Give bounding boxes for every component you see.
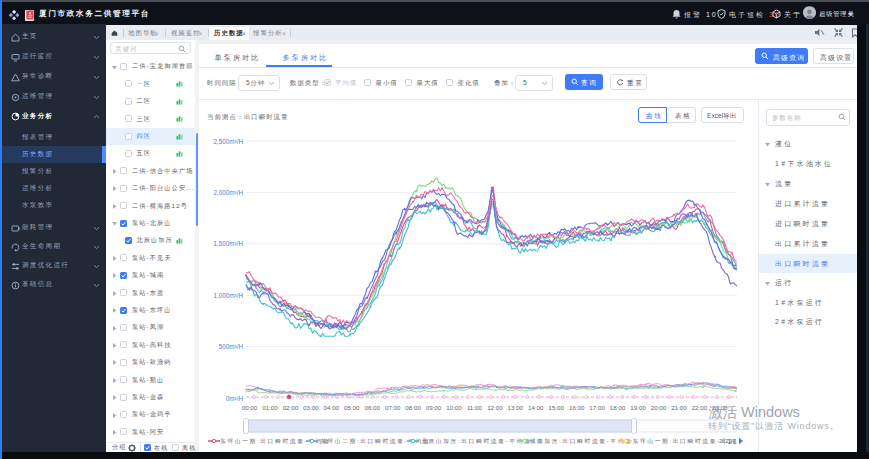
svg-text:11:00: 11:00 xyxy=(467,404,483,411)
svg-text:1,500m³/H: 1,500m³/H xyxy=(214,240,244,247)
svg-text:09:00: 09:00 xyxy=(426,404,442,411)
svg-text:13:00: 13:00 xyxy=(508,404,524,411)
svg-text:14:00: 14:00 xyxy=(528,404,544,411)
svg-text:17:00: 17:00 xyxy=(589,404,605,411)
svg-text:城南加压:出口瞬时流量-平均值: 城南加压:出口瞬时流量-平均值 xyxy=(530,438,633,445)
svg-text:2,500m³/H: 2,500m³/H xyxy=(214,138,244,145)
svg-text:00:00: 00:00 xyxy=(242,404,258,411)
svg-text:01:00: 01:00 xyxy=(262,404,278,411)
svg-text:06:00: 06:00 xyxy=(364,404,380,411)
svg-text:1,000m³/H: 1,000m³/H xyxy=(214,292,244,299)
svg-text:22:00: 22:00 xyxy=(692,404,708,411)
svg-text:21:00: 21:00 xyxy=(671,404,687,411)
svg-text:东坪山一期:出口瞬时流量-2022-(: 东坪山一期:出口瞬时流量-2022-( xyxy=(633,438,736,445)
svg-text:18:00: 18:00 xyxy=(610,404,626,411)
svg-text:04:00: 04:00 xyxy=(324,404,340,411)
svg-text:05:00: 05:00 xyxy=(344,404,360,411)
svg-text:03:00: 03:00 xyxy=(303,404,319,411)
svg-text:02:00: 02:00 xyxy=(283,404,299,411)
svg-text:19:00: 19:00 xyxy=(630,404,646,411)
svg-text:500m³/H: 500m³/H xyxy=(219,343,244,350)
svg-text:1/8: 1/8 xyxy=(728,438,737,445)
svg-text:16:00: 16:00 xyxy=(569,404,585,411)
svg-text:08:00: 08:00 xyxy=(405,404,421,411)
svg-text:07:00: 07:00 xyxy=(385,404,401,411)
svg-text:12:00: 12:00 xyxy=(487,404,503,411)
svg-text:15:00: 15:00 xyxy=(548,404,564,411)
svg-text:10:00: 10:00 xyxy=(446,404,462,411)
svg-text:2,000m³/H: 2,000m³/H xyxy=(214,189,244,196)
svg-text:20:00: 20:00 xyxy=(651,404,667,411)
svg-text:0m³/H: 0m³/H xyxy=(226,395,244,402)
svg-text:北辰山加压:出口瞬时流量-平均值: 北辰山加压:出口瞬时流量-平均值 xyxy=(421,438,531,445)
